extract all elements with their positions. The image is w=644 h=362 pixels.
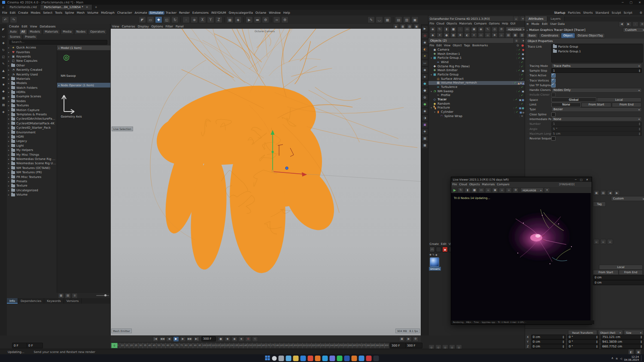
coord-globe-icon[interactable]: ⊕ (191, 16, 198, 23)
taskbar-edge-icon[interactable] (301, 356, 306, 361)
taskbar-cinema4d-icon[interactable] (359, 356, 365, 361)
add-material-icon[interactable]: ✚ (429, 253, 431, 256)
daylight-icon[interactable]: ☀ (422, 53, 428, 59)
value-field[interactable]: 0 cm (593, 280, 644, 285)
node-editor-icon[interactable]: ▦ (512, 32, 518, 38)
asset-tree-item[interactable]: ▸◔Recently Used (7, 72, 57, 76)
enabled-check-icon[interactable]: ✓ (520, 94, 524, 97)
specular-material-icon[interactable]: ◍ (422, 94, 428, 100)
edge-mode-icon[interactable]: ▬ (0, 75, 6, 80)
layout-b-icon[interactable]: ▥ (403, 16, 410, 23)
solo-icon[interactable]: ▣ (399, 336, 405, 342)
object-name[interactable]: NM-Sweep (437, 90, 453, 93)
mode-icon[interactable]: ▤ (600, 190, 606, 196)
tag-tag-icon[interactable]: ▣ (522, 69, 524, 72)
chevron-right-icon[interactable]: ▸ (8, 104, 11, 107)
chevron-right-icon[interactable]: ▸ (8, 145, 11, 147)
trace-link-item[interactable]: Particle Group.1 (552, 49, 642, 54)
preset-select[interactable]: Custom (623, 27, 644, 33)
live-viewer-window[interactable]: Live Viewer 2023.1.3-[R3] (176 days left… (451, 177, 592, 325)
box-select-icon[interactable]: ▭ (147, 16, 154, 23)
taskbar-discord-icon[interactable] (330, 356, 335, 361)
object-name[interactable]: Random (437, 102, 450, 106)
attributes-menu-item[interactable]: User Data (549, 22, 566, 26)
chevron-right-icon[interactable]: ▸ (8, 73, 11, 76)
asset-tree-item[interactable]: ▸▣Keywords (7, 54, 57, 59)
object-row[interactable]: ~Profile∶✓ (428, 94, 525, 98)
go-end-icon[interactable]: ▶| (194, 336, 200, 342)
rotate-icon[interactable]: ↻ (171, 16, 179, 23)
taskbar-blender-icon[interactable] (352, 356, 357, 361)
material-node-icon[interactable]: ◆ (435, 253, 437, 256)
enabled-check-icon[interactable]: ✓ (513, 81, 517, 84)
chevron-right-icon[interactable]: ▸ (8, 109, 11, 112)
use-tp-subgroups-checkbox[interactable] (551, 83, 556, 87)
axis-x-icon[interactable]: X (199, 16, 206, 23)
octane-camera-icon[interactable]: ◉ (422, 39, 428, 45)
asset-tree-item[interactable]: ▸Other (7, 63, 57, 68)
layout-item[interactable]: Sculpt (611, 11, 623, 15)
lock-resolution-icon[interactable]: ◦ (457, 27, 463, 32)
object-row[interactable]: ▾▚Fracture∶✓▦▦ (428, 106, 525, 110)
asset-menu-item[interactable]: View (29, 25, 39, 28)
enabled-check-icon[interactable]: ✓ (517, 56, 521, 60)
asset-tree-item[interactable]: ▸Volume (7, 193, 57, 197)
prev-key-icon[interactable]: ◀◀ (159, 336, 165, 342)
layout-settings-icon[interactable]: ⚙ (640, 11, 642, 15)
universal-material-thumb[interactable] (430, 257, 439, 267)
include-cloner-checkbox[interactable] (551, 93, 556, 97)
reverse-sequence-checkbox[interactable] (551, 136, 556, 141)
tag-tab[interactable]: Tag (593, 202, 606, 207)
taskbar-photoshop-icon[interactable] (344, 356, 350, 361)
current-frame-marker[interactable]: 0 (111, 343, 118, 348)
panel-menu-icon[interactable]: ≡ (639, 21, 644, 27)
settings-icon[interactable]: ⚙ (498, 27, 504, 32)
attributes-section-tab[interactable]: Octane ObjectTag (576, 33, 605, 38)
diffuse-material-icon[interactable]: ● (422, 81, 428, 87)
menu-item[interactable]: Character (116, 11, 134, 15)
asset-tree-item[interactable]: ▸NM Textures (PR) (7, 170, 57, 175)
universal-material-icon[interactable]: ◉ (422, 108, 428, 114)
chevron-right-icon[interactable]: ▸ (8, 113, 11, 116)
octane-menu-item[interactable]: Objects (445, 22, 458, 25)
clock[interactable]: 12:24 04.06.2024 (624, 355, 639, 361)
menu-item[interactable]: Mesh (76, 11, 86, 15)
chevron-right-icon[interactable]: ▸ (8, 46, 11, 49)
option-icon[interactable]: ▫ (607, 239, 613, 244)
asset-menu-item[interactable]: Create (8, 25, 20, 28)
x-position-field[interactable]: 0 cm▲▼ (531, 335, 566, 339)
menu-item[interactable]: Greyscalegorilla (228, 11, 254, 15)
chevron-right-icon[interactable]: ▸ (8, 140, 11, 142)
object-name[interactable]: Tracer (437, 98, 447, 101)
trace-link-item[interactable]: Particle Group (552, 44, 642, 49)
option-icon[interactable]: ▫ (593, 239, 599, 244)
live-viewer-icon[interactable]: ▶ (422, 26, 428, 32)
octane-menu-item[interactable]: Help (501, 22, 509, 25)
last-tool-icon[interactable]: ◦ (182, 16, 190, 23)
maximize-button[interactable]: ▢ (627, 1, 636, 4)
taskbar-widgets-icon[interactable] (286, 356, 292, 361)
chevron-right-icon[interactable]: ▸ (8, 158, 11, 160)
search-input[interactable] (9, 40, 107, 45)
asset-tree-item[interactable]: ▸NM Textures (OCTANE) (7, 166, 57, 170)
octane-menu-item[interactable]: Options (488, 22, 501, 25)
enabled-check-icon[interactable]: ✓ (517, 48, 522, 51)
region-icon[interactable]: ▭ (478, 187, 484, 193)
next-frame-icon[interactable]: ▶ (180, 336, 186, 342)
chevron-right-icon[interactable]: ▸ (8, 55, 11, 58)
material-thumb[interactable]: ◆ (442, 247, 448, 252)
layout-c-icon[interactable]: ▣ (411, 16, 419, 23)
range-end-field[interactable]: 300 F (390, 343, 407, 348)
enabled-check-icon[interactable]: ✓ (520, 65, 524, 68)
close-tab-icon[interactable]: ✕ (86, 6, 88, 9)
chevron-right-icon[interactable]: ▸ (8, 82, 11, 84)
scale-tool-icon[interactable]: ◱ (0, 54, 6, 60)
asset-menu-item[interactable]: Databases (38, 25, 57, 28)
textures-icon[interactable]: ▦ (450, 32, 456, 38)
attributes-menu-item[interactable]: Edit (541, 22, 549, 26)
asset-menu-item[interactable]: Edit (20, 25, 29, 28)
taskbar-octane-icon[interactable] (366, 356, 372, 361)
rotate-tool-icon[interactable]: ↻ (0, 47, 6, 53)
red-dot-tag-icon[interactable]: ● (522, 48, 524, 51)
polygon-mode-icon[interactable]: ▲ (0, 68, 6, 73)
